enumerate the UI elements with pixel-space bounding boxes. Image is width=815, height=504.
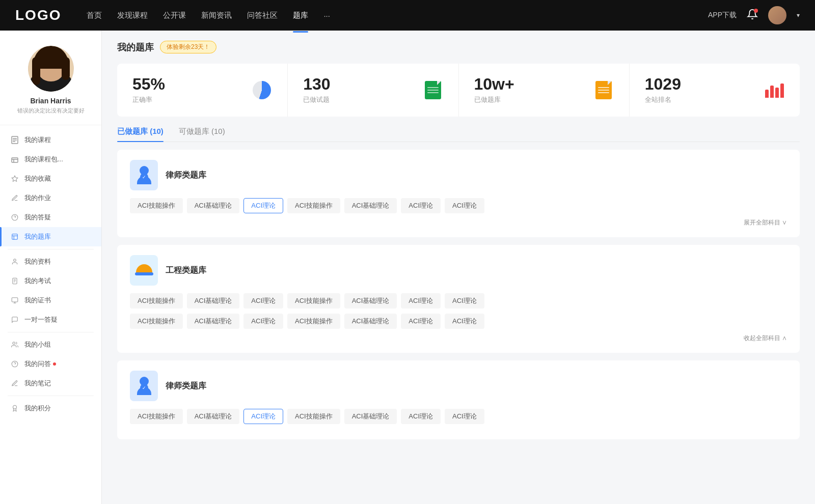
stat-accuracy-text: 55% 正确率	[132, 76, 244, 104]
bank-card-lawyer-2-tags: ACI技能操作 ACI基础理论 ACI理论 ACI技能操作 ACI基础理论 AC…	[130, 409, 787, 424]
tag-eng-r2-6[interactable]: ACI理论	[445, 314, 484, 329]
tag-eng-r2-0[interactable]: ACI技能操作	[130, 314, 183, 329]
sidebar-item-my-group[interactable]: 我的小组	[0, 335, 101, 354]
tag-lawyer1-6[interactable]: ACI理论	[445, 198, 484, 213]
sheet-line-3	[427, 92, 439, 93]
stat-accuracy-label: 正确率	[132, 95, 244, 104]
tab-todo[interactable]: 可做题库 (10)	[179, 127, 225, 142]
bank-card-engineer-header: 工程类题库	[130, 255, 787, 286]
expand-lawyer-1-link[interactable]: 展开全部科目 ∨	[130, 218, 787, 227]
sidebar-label-my-qa: 我的答疑	[24, 213, 51, 222]
stat-done-banks: 10w+ 已做题库	[459, 64, 630, 117]
svg-point-13	[14, 259, 16, 262]
tag-eng-r2-5[interactable]: ACI理论	[401, 314, 441, 329]
app-download-link[interactable]: APP下载	[708, 11, 737, 20]
svg-rect-10	[12, 234, 18, 240]
info-icon	[10, 257, 19, 266]
tag-lawyer1-2[interactable]: ACI理论	[243, 198, 283, 213]
tag-eng-r2-3[interactable]: ACI技能操作	[287, 314, 340, 329]
tag-lawyer2-2[interactable]: ACI理论	[243, 409, 283, 424]
sidebar-item-one-on-one[interactable]: 一对一答疑	[0, 310, 101, 329]
tag-lawyer2-4[interactable]: ACI基础理论	[344, 409, 397, 424]
bar-2	[770, 86, 774, 98]
tag-eng-r1-3[interactable]: ACI技能操作	[287, 293, 340, 309]
notification-bell[interactable]	[747, 9, 758, 22]
main-content: 我的题库 体验剩余23天！ 55% 正确率 130 已做试题	[102, 31, 815, 504]
sidebar-item-my-exam[interactable]: 我的考试	[0, 271, 101, 291]
sidebar-item-my-homework[interactable]: 我的作业	[0, 188, 101, 208]
tag-eng-r1-1[interactable]: ACI基础理论	[187, 293, 240, 309]
tabs-row: 已做题库 (10) 可做题库 (10)	[117, 127, 800, 142]
sidebar-label-my-packages: 我的课程包...	[24, 155, 63, 164]
profile-avatar	[28, 46, 74, 92]
collapse-engineer-link[interactable]: 收起全部科目 ∧	[130, 334, 787, 343]
tag-lawyer2-6[interactable]: ACI理论	[445, 409, 484, 424]
sidebar-item-my-questions[interactable]: 我的问答	[0, 354, 101, 374]
nav-link-discover[interactable]: 发现课程	[117, 9, 148, 22]
tag-eng-r1-4[interactable]: ACI基础理论	[344, 293, 397, 309]
stat-done-banks-text: 10w+ 已做题库	[474, 76, 586, 104]
sidebar-item-my-cert[interactable]: 我的证书	[0, 291, 101, 310]
nav-right: APP下载 ▾	[708, 6, 800, 24]
sidebar-item-my-qa[interactable]: 我的答疑	[0, 208, 101, 227]
tag-lawyer2-1[interactable]: ACI基础理论	[187, 409, 240, 424]
svg-rect-4	[12, 158, 18, 162]
points-icon	[10, 404, 19, 413]
tag-eng-r2-4[interactable]: ACI基础理论	[344, 314, 397, 329]
sidebar: Brian Harris 错误的决定比没有决定要好 我的课程 我的课程包...	[0, 31, 102, 504]
tag-lawyer2-3[interactable]: ACI技能操作	[287, 409, 340, 424]
page-header: 我的题库 体验剩余23天！	[117, 41, 800, 53]
sidebar-item-my-packages[interactable]: 我的课程包...	[0, 150, 101, 169]
stat-rank-text: 1029 全站排名	[645, 76, 756, 104]
sidebar-item-my-points[interactable]: 我的积分	[0, 399, 101, 418]
stat-rank-icon	[764, 80, 784, 100]
tag-lawyer1-4[interactable]: ACI基础理论	[344, 198, 397, 213]
sidebar-item-my-courses[interactable]: 我的课程	[0, 130, 101, 150]
nav-link-opencourse[interactable]: 公开课	[163, 9, 186, 22]
nav-link-qa[interactable]: 问答社区	[247, 9, 278, 22]
tag-eng-r1-2[interactable]: ACI理论	[243, 293, 283, 309]
tag-eng-r2-2[interactable]: ACI理论	[243, 314, 283, 329]
sidebar-item-my-bank[interactable]: 我的题库	[0, 227, 101, 246]
sidebar-item-my-notes[interactable]: 我的笔记	[0, 374, 101, 393]
nav-link-news[interactable]: 新闻资讯	[201, 9, 232, 22]
stat-accuracy: 55% 正确率	[117, 64, 288, 117]
stat-done-questions-text: 130 已做试题	[303, 76, 415, 104]
nav-logo[interactable]: LOGO	[15, 7, 61, 23]
bank-card-engineer: 工程类题库 ACI技能操作 ACI基础理论 ACI理论 ACI技能操作 ACI基…	[117, 245, 800, 353]
tag-eng-r1-0[interactable]: ACI技能操作	[130, 293, 183, 309]
avatar-image	[768, 6, 786, 24]
stat-done-questions-value: 130	[303, 76, 415, 92]
nav-link-more[interactable]: ···	[323, 9, 330, 22]
tag-eng-r2-1[interactable]: ACI基础理论	[187, 314, 240, 329]
tag-lawyer1-3[interactable]: ACI技能操作	[287, 198, 340, 213]
qbank-line-2	[598, 90, 609, 91]
stat-rank: 1029 全站排名	[630, 64, 800, 117]
notes-icon	[10, 379, 19, 388]
bank-card-lawyer-1-icon: ✓	[130, 160, 158, 190]
profile-name: Brian Harris	[30, 97, 71, 105]
nav-link-bank[interactable]: 题库	[293, 9, 308, 22]
user-avatar[interactable]	[768, 6, 786, 24]
sidebar-label-my-homework: 我的作业	[24, 193, 51, 203]
hard-hat-icon	[136, 264, 152, 276]
bank-card-lawyer-2-icon: ✓	[130, 371, 158, 401]
tag-eng-r1-5[interactable]: ACI理论	[401, 293, 441, 309]
exam-icon	[10, 276, 19, 286]
sidebar-item-my-favorites[interactable]: 我的收藏	[0, 169, 101, 188]
tag-lawyer2-5[interactable]: ACI理论	[401, 409, 441, 424]
questions-red-dot	[53, 362, 56, 366]
tag-lawyer1-1[interactable]: ACI基础理论	[187, 198, 240, 213]
bar-chart-icon	[765, 82, 784, 98]
nav-link-home[interactable]: 首页	[87, 9, 102, 22]
sidebar-label-my-bank: 我的题库	[24, 232, 51, 241]
stat-rank-value: 1029	[645, 76, 756, 92]
tag-lawyer1-0[interactable]: ACI技能操作	[130, 198, 183, 213]
tab-done[interactable]: 已做题库 (10)	[117, 127, 164, 142]
tag-lawyer1-5[interactable]: ACI理论	[401, 198, 441, 213]
bank-card-lawyer-1-name: 律师类题库	[166, 170, 206, 181]
tag-eng-r1-6[interactable]: ACI理论	[445, 293, 484, 309]
user-dropdown-arrow[interactable]: ▾	[797, 12, 800, 19]
tag-lawyer2-0[interactable]: ACI技能操作	[130, 409, 183, 424]
sidebar-item-my-info[interactable]: 我的资料	[0, 252, 101, 271]
